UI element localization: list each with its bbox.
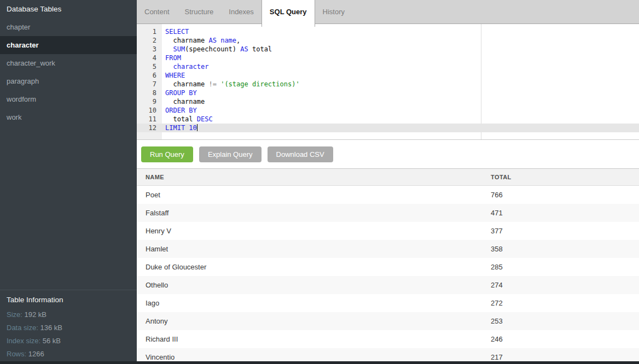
cell-total: 285 — [491, 263, 639, 271]
cell-total: 377 — [491, 227, 639, 235]
table-info-row: Index size: 56 kB — [7, 334, 137, 348]
cell-name: Iago — [137, 299, 491, 307]
bottom-bar — [0, 361, 639, 364]
table-row[interactable]: Poet766 — [137, 186, 639, 204]
table-info-label: Index size: — [7, 337, 43, 345]
code-token: AS — [240, 45, 248, 53]
tab-content[interactable]: Content — [137, 0, 177, 24]
code-token: charname — [165, 98, 205, 105]
line-number: 7 — [137, 80, 162, 89]
tab-sql-query[interactable]: SQL Query — [262, 0, 315, 27]
cell-total: 253 — [491, 317, 639, 325]
cell-name: Hamlet — [137, 245, 491, 253]
code-text: ORDER BY — [162, 106, 197, 115]
code-text: charname — [162, 97, 205, 106]
line-number: 10 — [137, 106, 162, 115]
code-line-3[interactable]: 3 SUM(speechcount) AS total — [137, 45, 639, 54]
table-row[interactable]: Iago272 — [137, 294, 639, 312]
table-row[interactable]: Richard III246 — [137, 330, 639, 348]
line-number: 12 — [137, 124, 162, 132]
code-token — [165, 45, 173, 53]
code-token: charname — [165, 80, 208, 88]
code-token: SUM — [173, 45, 185, 53]
code-text: total DESC — [162, 115, 213, 124]
sidebar-item-work[interactable]: work — [0, 108, 137, 126]
text-cursor — [197, 124, 197, 131]
line-number: 1 — [137, 27, 162, 36]
code-line-1[interactable]: 1SELECT — [137, 27, 639, 36]
code-token: AS — [208, 37, 216, 44]
cell-name: Poet — [137, 191, 491, 199]
column-header-name[interactable]: NAME — [137, 174, 491, 180]
tab-bar: ContentStructureIndexesSQL QueryHistory — [137, 0, 639, 24]
cell-total: 274 — [491, 281, 639, 289]
code-line-2[interactable]: 2 charname AS name, — [137, 36, 639, 45]
table-row[interactable]: Falstaff471 — [137, 204, 639, 222]
table-info-label: Data size: — [7, 324, 40, 332]
tab-indexes[interactable]: Indexes — [221, 0, 262, 24]
code-token: total — [165, 115, 197, 123]
results-table: NAME TOTAL Poet766Falstaff471Henry V377H… — [137, 168, 639, 364]
cell-name: Duke of Gloucester — [137, 263, 491, 271]
code-token: SELECT — [165, 28, 189, 36]
code-line-5[interactable]: 5 character — [137, 62, 639, 71]
table-row[interactable]: Henry V377 — [137, 222, 639, 240]
cell-total: 272 — [491, 299, 639, 307]
table-row[interactable]: Othello274 — [137, 276, 639, 294]
code-line-11[interactable]: 11 total DESC — [137, 115, 639, 124]
table-info-label: Size: — [7, 310, 25, 319]
cell-total: 217 — [491, 353, 639, 361]
cell-total: 246 — [491, 335, 639, 343]
line-number: 6 — [137, 71, 162, 80]
table-info-value: 56 kB — [43, 337, 61, 345]
table-info-label: Rows: — [7, 350, 28, 358]
cell-name: Richard III — [137, 335, 491, 343]
cell-name: Henry V — [137, 227, 491, 235]
table-list: chaptercharactercharacter_workparagraphw… — [0, 18, 137, 126]
table-info-value: 136 kB — [40, 324, 62, 332]
code-token: WHERE — [165, 72, 185, 79]
cell-name: Vincentio — [137, 353, 491, 361]
table-information-rows: Size: 192 kBData size: 136 kBIndex size:… — [7, 308, 137, 361]
sidebar-item-chapter[interactable]: chapter — [0, 18, 137, 36]
code-token: != — [208, 80, 216, 88]
code-text: FROM — [162, 54, 181, 62]
table-row[interactable]: Hamlet358 — [137, 240, 639, 258]
sidebar-item-paragraph[interactable]: paragraph — [0, 72, 137, 90]
tab-history[interactable]: History — [315, 0, 352, 24]
column-header-total[interactable]: TOTAL — [491, 174, 639, 180]
tab-structure[interactable]: Structure — [177, 0, 222, 24]
code-text: charname AS name, — [162, 36, 240, 45]
code-line-12[interactable]: 12LIMIT 10 — [137, 124, 639, 132]
code-line-10[interactable]: 10ORDER BY — [137, 106, 639, 115]
table-row[interactable]: Antony253 — [137, 312, 639, 330]
sidebar-item-wordform[interactable]: wordform — [0, 90, 137, 108]
results-header-row: NAME TOTAL — [137, 169, 639, 186]
run-query-button[interactable]: Run Query — [141, 146, 193, 162]
sql-editor[interactable]: 1SELECT2 charname AS name,3 SUM(speechco… — [137, 24, 639, 140]
code-line-7[interactable]: 7 charname != '(stage directions)' — [137, 80, 639, 89]
cell-total: 766 — [491, 191, 639, 199]
code-line-6[interactable]: 6WHERE — [137, 71, 639, 80]
code-token: FROM — [165, 54, 181, 62]
code-line-8[interactable]: 8GROUP BY — [137, 89, 639, 97]
explain-query-button[interactable]: Explain Query — [199, 146, 262, 162]
sidebar-item-character[interactable]: character — [0, 36, 137, 54]
code-text: LIMIT 10 — [162, 124, 197, 132]
results-rows: Poet766Falstaff471Henry V377Hamlet358Duk… — [137, 186, 639, 364]
code-text: SUM(speechcount) AS total — [162, 45, 272, 54]
table-row[interactable]: Duke of Gloucester285 — [137, 258, 639, 276]
code-line-4[interactable]: 4FROM — [137, 54, 639, 62]
code-token: character — [173, 63, 208, 71]
sidebar-item-character_work[interactable]: character_work — [0, 54, 137, 72]
table-info-row: Rows: 1266 — [7, 348, 137, 361]
cell-total: 471 — [491, 209, 639, 217]
table-info-row: Data size: 136 kB — [7, 321, 137, 334]
download-csv-button[interactable]: Download CSV — [268, 146, 333, 162]
cell-name: Othello — [137, 281, 491, 289]
code-token: total — [248, 45, 272, 53]
code-line-9[interactable]: 9 charname — [137, 97, 639, 106]
code-token — [165, 63, 173, 71]
code-token: GROUP BY — [165, 89, 197, 97]
cell-name: Antony — [137, 317, 491, 325]
